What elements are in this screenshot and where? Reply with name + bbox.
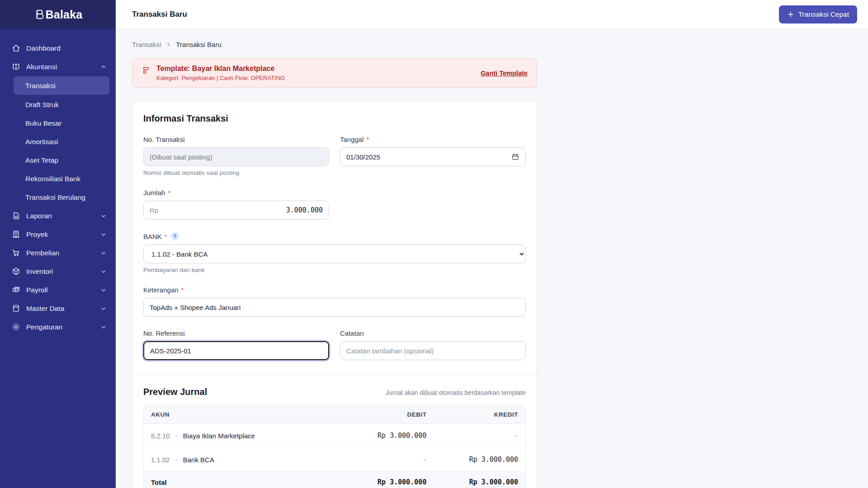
sidebar-item-proyek[interactable]: Proyek xyxy=(0,225,116,244)
debit-amount: Rp 3.000.000 xyxy=(342,424,434,448)
chevron-down-icon xyxy=(100,268,107,275)
top-header: Transaksi Baru Transaksi Cepat xyxy=(116,0,868,29)
form-section-title: Informasi Transaksi xyxy=(143,113,526,124)
total-debit: Rp 3.000.000 xyxy=(342,472,434,488)
bank-helper: Pembayaran dari bank xyxy=(143,267,526,273)
quick-transaction-label: Transaksi Cepat xyxy=(798,10,849,19)
building-icon xyxy=(12,230,20,239)
table-row: 5.2.10-Biaya Iklan Marketplace Rp 3.000.… xyxy=(144,424,525,448)
keterangan-label: Keterangan xyxy=(143,286,179,294)
chevron-right-icon xyxy=(165,42,171,47)
column-header-debit: DEBIT xyxy=(342,406,434,424)
cube-icon xyxy=(12,267,20,276)
quick-transaction-button[interactable]: Transaksi Cepat xyxy=(779,5,857,23)
sidebar-item-label: Pembelian xyxy=(26,249,59,257)
no-referensi-input[interactable] xyxy=(143,341,329,360)
main-area: Transaksi Baru Transaksi Cepat Transaksi… xyxy=(116,0,868,488)
brand-name: Balaka xyxy=(46,8,83,21)
chevron-down-icon xyxy=(100,305,107,312)
catatan-label: Catatan xyxy=(340,329,364,337)
required-marker: * xyxy=(168,189,170,197)
sidebar-subitem-rekonsiliasi-bank[interactable]: Rekonsiliasi Bank xyxy=(0,169,116,188)
sidebar-item-inventori[interactable]: Inventori xyxy=(0,262,116,281)
catatan-field-group: Catatan xyxy=(340,329,526,360)
chevron-down-icon xyxy=(100,231,107,238)
book-icon xyxy=(12,62,20,71)
required-marker: * xyxy=(181,286,184,294)
sidebar-subitem-buku-besar[interactable]: Buku Besar xyxy=(0,114,116,132)
sidebar-item-master-data[interactable]: Master Data xyxy=(0,299,116,318)
no-referensi-field-group: No. Referensi xyxy=(143,329,329,360)
account-code: 1.1.02 xyxy=(151,456,170,464)
no-referensi-label: No. Referensi xyxy=(143,329,185,337)
tanggal-input[interactable]: 01/30/2025 xyxy=(340,147,526,166)
app-logo[interactable]: Balaka xyxy=(0,0,116,29)
account-name: Bank BCA xyxy=(183,456,214,464)
kredit-amount: Rp 3.000.000 xyxy=(434,448,525,472)
tanggal-field-group: Tanggal* 01/30/2025 xyxy=(340,136,526,176)
sidebar-subitem-label: Transaksi Berulang xyxy=(25,193,85,202)
total-label: Total xyxy=(144,472,342,488)
sidebar-item-dashboard[interactable]: Dashboard xyxy=(0,39,116,57)
catatan-input[interactable] xyxy=(340,341,526,360)
bank-field-group: BANK * ? 1.1.02 - Bank BCA Pembayaran da… xyxy=(143,232,526,273)
change-template-link[interactable]: Ganti Template xyxy=(481,70,528,77)
breadcrumb-current: Transaksi Baru xyxy=(176,41,221,48)
report-icon xyxy=(12,211,20,220)
required-marker: * xyxy=(367,136,369,143)
home-icon xyxy=(12,44,20,52)
jumlah-input[interactable]: Rp 3.000.000 xyxy=(143,201,329,220)
table-row: 1.1.02-Bank BCA - Rp 3.000.000 xyxy=(144,448,525,472)
no-transaksi-label: No. Transaksi xyxy=(143,136,185,143)
sidebar-subitem-amortisasi[interactable]: Amortisasi xyxy=(0,132,116,151)
sidebar-item-payroll[interactable]: Payroll xyxy=(0,281,116,299)
sidebar: Balaka Dashboard Akuntansi Transaksi Dra… xyxy=(0,0,116,488)
account-separator: - xyxy=(175,456,178,464)
breadcrumb-transaksi-link[interactable]: Transaksi xyxy=(132,41,161,48)
balaka-logo-icon xyxy=(33,9,45,20)
calendar-icon[interactable] xyxy=(511,153,519,161)
sidebar-item-label: Laporan xyxy=(26,212,52,220)
sidebar-subitem-label: Aset Tetap xyxy=(25,156,58,164)
account-name: Biaya Iklan Marketplace xyxy=(183,432,255,440)
sidebar-item-label: Inventori xyxy=(26,267,53,276)
tanggal-label: Tanggal xyxy=(340,136,364,143)
database-icon xyxy=(12,304,20,313)
account-separator: - xyxy=(175,432,178,440)
keterangan-field-group: Keterangan* xyxy=(143,286,526,317)
sidebar-subitem-transaksi-berulang[interactable]: Transaksi Berulang xyxy=(0,188,116,206)
chevron-up-icon xyxy=(100,64,107,70)
sidebar-item-pengaturan[interactable]: Pengaturan xyxy=(0,318,116,336)
gear-icon xyxy=(12,323,20,331)
total-row: Total Rp 3.000.000 Rp 3.000.000 xyxy=(144,472,525,488)
bank-select[interactable]: 1.1.02 - Bank BCA xyxy=(143,244,526,263)
sidebar-item-label: Dashboard xyxy=(26,44,61,52)
sidebar-subitem-draft-struk[interactable]: Draft Struk xyxy=(0,95,116,114)
sidebar-item-label: Akuntansi xyxy=(26,63,57,71)
no-transaksi-helper: Nomor dibuat otomatis saat posting xyxy=(143,169,329,176)
sidebar-subitem-label: Amortisasi xyxy=(25,138,58,146)
sidebar-item-laporan[interactable]: Laporan xyxy=(0,206,116,225)
no-transaksi-input[interactable] xyxy=(143,147,329,166)
sidebar-subitem-aset-tetap[interactable]: Aset Tetap xyxy=(0,151,116,169)
account-code: 5.2.10 xyxy=(151,432,170,440)
template-icon xyxy=(142,66,150,75)
breadcrumb: Transaksi Transaksi Baru xyxy=(132,41,537,48)
sidebar-subitem-label: Transaksi xyxy=(25,82,56,90)
chevron-down-icon xyxy=(100,250,107,256)
plus-icon xyxy=(787,11,794,18)
keterangan-input[interactable] xyxy=(143,298,526,317)
sidebar-item-pembelian[interactable]: Pembelian xyxy=(0,244,116,262)
jumlah-field-group: Jumlah* Rp 3.000.000 xyxy=(143,189,329,220)
bank-help-icon[interactable]: ? xyxy=(171,232,179,240)
tanggal-value: 01/30/2025 xyxy=(346,153,380,161)
template-banner: Template: Bayar Iklan Marketplace Katego… xyxy=(132,58,537,88)
cart-icon xyxy=(12,249,20,257)
sidebar-item-akuntansi[interactable]: Akuntansi xyxy=(0,57,116,76)
sidebar-subitem-transaksi[interactable]: Transaksi xyxy=(14,76,109,95)
debit-amount: - xyxy=(342,448,434,472)
sidebar-item-label: Payroll xyxy=(26,286,47,294)
preview-note: Jurnal akan dibuat otomatis berdasarkan … xyxy=(385,389,526,396)
column-header-kredit: KREDIT xyxy=(434,406,525,424)
journal-preview-table: AKUN DEBIT KREDIT 5.2.10-Biaya Iklan Mar… xyxy=(143,405,526,488)
